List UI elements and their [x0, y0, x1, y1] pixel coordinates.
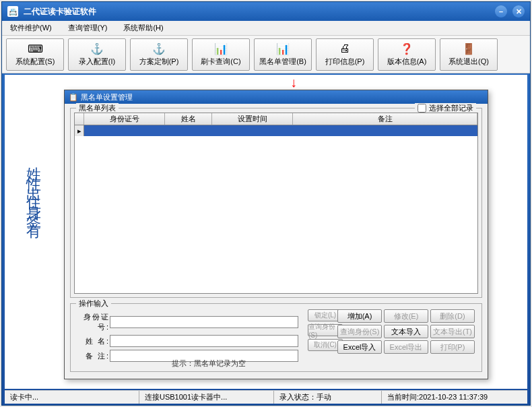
table-icon: 📊 [276, 42, 290, 55]
menu-bar: 软件维护(W) 查询管理(Y) 系统帮助(H) [2, 21, 530, 36]
text-import-button[interactable]: 文本导入 [384, 325, 428, 338]
text-export-button[interactable]: 文本导出(T) [430, 325, 475, 338]
th-time[interactable]: 设置时间 [212, 113, 293, 125]
excel-export-button[interactable]: Excel导出 [384, 340, 428, 354]
blacklist-dialog: 📋 黑名单设置管理 黑名单列表 选择全部记录 身份证号 姓名 设置时间 备注 ▸ [64, 90, 488, 379]
th-remark[interactable]: 备注 [293, 113, 477, 125]
minimize-button[interactable]: – [495, 5, 507, 18]
th-name[interactable]: 姓名 [165, 113, 212, 125]
dialog-title-bar: 📋 黑名单设置管理 [65, 90, 488, 104]
name-input[interactable] [110, 335, 298, 347]
toolbar-print[interactable]: 🖨打印信息(P) [316, 38, 374, 71]
select-all-label: 选择全部记录 [429, 103, 473, 113]
toolbar-input-config[interactable]: ⚓录入配置(I) [68, 38, 126, 71]
th-marker [75, 113, 84, 125]
excel-import-button[interactable]: Excel导入 [337, 340, 382, 354]
toolbar-exit[interactable]: 🚪系统退出(Q) [440, 38, 498, 71]
toolbar-card-query[interactable]: 📊刷卡查询(C) [192, 38, 250, 71]
row-marker-icon: ▸ [75, 125, 84, 136]
status-connection: 连接USB1001读卡器中... [139, 391, 274, 404]
help-icon: ❓ [400, 42, 413, 55]
status-bar: 读卡中... 连接USB1001读卡器中... 录入状态：手动 当前时间:202… [5, 390, 527, 404]
background-text: 姓性出住身签有 [24, 156, 44, 222]
group-label-list: 黑名单列表 [76, 103, 119, 113]
hint-text: 提示：黑名单记录为空 [172, 358, 246, 369]
table-icon: 📊 [214, 42, 228, 55]
door-icon: 🚪 [462, 42, 475, 55]
toolbar-scheme[interactable]: ⚓方案定制(P) [130, 38, 188, 71]
toolbar-version[interactable]: ❓版本信息(A) [378, 38, 436, 71]
button-grid: 增加(A) 修改(E) 删除(D) 查询身份(S) 文本导入 文本导出(T) E… [337, 309, 475, 354]
dialog-icon: 📋 [69, 93, 77, 101]
th-id[interactable]: 身份证号 [84, 113, 165, 125]
table-row[interactable]: ▸ [75, 125, 477, 136]
status-reading: 读卡中... [5, 391, 139, 404]
group-label-input: 操作输入 [76, 299, 111, 309]
select-all-checkbox[interactable] [418, 104, 426, 113]
close-button[interactable]: ✕ [512, 5, 525, 18]
dialog-title: 黑名单设置管理 [81, 92, 133, 102]
input-group: 操作输入 身份证号: 姓 名: 备 注: 锁定(L) 查询身份( [70, 303, 482, 372]
add-button[interactable]: 增加(A) [337, 309, 382, 323]
menu-help[interactable]: 系统帮助(H) [121, 22, 166, 34]
annotation-arrow-icon: ↓ [290, 75, 297, 90]
name-label: 姓 名: [77, 336, 110, 346]
toolbar-blacklist[interactable]: 📊黑名单管理(B) [254, 38, 312, 71]
print-button[interactable]: 打印(P) [430, 340, 475, 354]
status-time: 当前时间:2021-10-23 11:37:39 [382, 391, 527, 404]
window-title: 二代证读卡验证软件 [24, 6, 495, 18]
status-input-mode: 录入状态：手动 [274, 391, 382, 404]
app-icon: 📇 [7, 6, 18, 17]
anchor-icon: ⚓ [90, 42, 104, 55]
blacklist-group: 黑名单列表 选择全部记录 身份证号 姓名 设置时间 备注 ▸ [70, 108, 482, 298]
anchor-icon: ⚓ [152, 42, 166, 55]
title-bar: 📇 二代证读卡验证软件 – ✕ [2, 2, 530, 21]
id-input[interactable] [110, 316, 298, 328]
edit-button[interactable]: 修改(E) [384, 309, 428, 323]
remark-label: 备 注: [77, 351, 110, 361]
main-window: 📇 二代证读卡验证软件 – ✕ 软件维护(W) 查询管理(Y) 系统帮助(H) … [1, 1, 531, 406]
toolbar-system-config[interactable]: ⌨系统配置(S) [6, 38, 64, 71]
toolbar: ⌨系统配置(S) ⚓录入配置(I) ⚓方案定制(P) 📊刷卡查询(C) 📊黑名单… [2, 36, 530, 73]
blacklist-table: 身份证号 姓名 设置时间 备注 ▸ [74, 113, 478, 294]
select-all-checkbox-wrap: 选择全部记录 [415, 103, 476, 113]
keyboard-icon: ⌨ [28, 42, 42, 55]
id-label: 身份证号: [77, 312, 110, 332]
menu-maintenance[interactable]: 软件维护(W) [7, 22, 55, 34]
delete-button[interactable]: 删除(D) [430, 309, 475, 323]
table-header: 身份证号 姓名 设置时间 备注 [75, 113, 477, 125]
query-button[interactable]: 查询身份(S) [337, 325, 382, 338]
printer-icon: 🖨 [338, 42, 352, 55]
menu-query[interactable]: 查询管理(Y) [65, 22, 110, 34]
form-area: 身份证号: 姓 名: 备 注: [77, 309, 298, 365]
